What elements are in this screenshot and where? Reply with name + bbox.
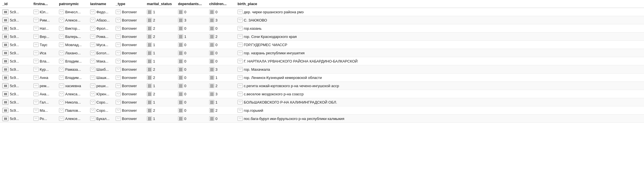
cell-marital-status: 1 [145, 98, 176, 106]
row-expand-icon[interactable] [2, 34, 9, 39]
row-expand-icon[interactable] [2, 100, 9, 105]
grid-icon [209, 92, 214, 96]
cell-dependants: 0 [176, 98, 207, 106]
table-row[interactable]: 5c9..."-"Иса"-"Лахано..."-"Богол..."-"Bo… [0, 49, 644, 57]
text-icon: "-" [33, 42, 39, 47]
id-value: 5c9... [10, 67, 19, 72]
row-expand-icon[interactable] [2, 9, 9, 14]
cell-firstname: "-"Нат... [31, 24, 57, 33]
grid-icon [178, 100, 183, 104]
cell-id: 5c9... [0, 33, 31, 41]
text-icon: "-" [116, 51, 121, 55]
cell-lastname: "-"реши... [88, 82, 113, 90]
text-icon: "-" [33, 10, 39, 14]
row-expand-icon[interactable] [2, 75, 9, 80]
text-icon: "-" [33, 75, 39, 80]
col-header-lastname[interactable]: lastname [88, 0, 113, 8]
cell-id: 5c9... [0, 65, 31, 74]
grid-icon [209, 67, 214, 72]
data-table: _id firstna... patronymic lastname _type… [0, 0, 644, 123]
grid-icon [209, 10, 214, 14]
table-row[interactable]: 5c9..."-"рем..."-"хасиевна"-"реши..."-"B… [0, 82, 644, 90]
data-table-container: _id firstna... patronymic lastname _type… [0, 0, 644, 123]
grid-icon [209, 75, 214, 80]
cell-id: 5c9... [0, 49, 31, 57]
cell-children: 0 [207, 41, 235, 49]
text-icon: "-" [33, 18, 39, 22]
table-row[interactable]: 5c9..."-"Нат..."-"Виктор..."-"Фрол..."-"… [0, 24, 644, 33]
grid-icon [147, 51, 152, 55]
cell-lastname: "-"Мака... [88, 57, 113, 65]
grid-icon [178, 10, 183, 14]
cell-type: "-"Borrower [113, 8, 145, 16]
cell-id: 5c9... [0, 82, 31, 90]
col-header-firstname[interactable]: firstna... [31, 0, 57, 8]
grid-icon [209, 42, 214, 47]
table-row[interactable]: 5c9..."-"Вер..."-"Валерь..."-"Рома..."-"… [0, 33, 644, 41]
col-header-birth-place[interactable]: birth_place [235, 0, 644, 8]
text-icon: "-" [90, 42, 95, 47]
row-expand-icon[interactable] [2, 42, 9, 47]
cell-children: 0 [207, 49, 235, 57]
row-expand-icon[interactable] [2, 83, 9, 88]
table-row[interactable]: 5c9..."-"Таус"-"Мовлад..."-"Муса..."-"Bo… [0, 41, 644, 49]
col-header-dependants[interactable]: dependants... [176, 0, 207, 8]
table-row[interactable]: 5c9..."-"Анна"-"Владим..."-"Шашк..."-"Bo… [0, 74, 644, 82]
cell-id: 5c9... [0, 41, 31, 49]
col-header-id[interactable]: _id [0, 0, 31, 8]
grid-icon [178, 108, 183, 113]
row-expand-icon[interactable] [2, 91, 9, 96]
cell-firstname: "-"Гал... [31, 98, 57, 106]
row-expand-icon[interactable] [2, 116, 9, 121]
id-value: 5c9... [10, 108, 19, 113]
table-row[interactable]: 5c9..."-"Юл..."-"Вячесл..."-"Федо..."-"B… [0, 8, 644, 16]
cell-type: "-"Borrower [113, 90, 145, 98]
row-expand-icon[interactable] [2, 26, 9, 31]
text-icon: "-" [238, 18, 243, 22]
table-row[interactable]: 5c9..."-"Ро..."-"Алексе..."-"Букал..."-"… [0, 115, 644, 123]
cell-children: 3 [207, 90, 235, 98]
cell-birth-place: "-"пос.бага-бурул ики-бурульского р-на р… [235, 115, 644, 123]
col-header-patronymic[interactable]: patronymic [57, 0, 88, 8]
row-expand-icon[interactable] [2, 108, 9, 113]
text-icon: "-" [90, 75, 95, 80]
grid-icon [147, 108, 152, 113]
text-icon: "-" [116, 92, 121, 96]
text-icon: "-" [33, 100, 39, 104]
cell-lastname: "-"Букал... [88, 115, 113, 123]
cell-id: 5c9... [0, 16, 31, 24]
cell-dependants: 0 [176, 106, 207, 115]
text-icon: "-" [116, 59, 121, 63]
row-expand-icon[interactable] [2, 18, 9, 23]
table-row[interactable]: 5c9..."-"Кур..."-"Рамаза..."-"Шахб..."-"… [0, 65, 644, 74]
text-icon: "-" [33, 67, 39, 72]
table-row[interactable]: 5c9..."-"Вла..."-"Владим..."-"Мака..."-"… [0, 57, 644, 65]
cell-firstname: "-"Ро... [31, 115, 57, 123]
grid-icon [209, 51, 214, 55]
text-icon: "-" [59, 108, 64, 113]
cell-lastname: "-"Шашк... [88, 74, 113, 82]
col-header-marital-status[interactable]: marital_status [145, 0, 176, 8]
col-header-children[interactable]: children... [207, 0, 235, 8]
row-expand-icon[interactable] [2, 67, 9, 72]
id-value: 5c9... [10, 117, 19, 121]
row-expand-icon[interactable] [2, 59, 9, 64]
grid-icon [147, 34, 152, 39]
col-header-type[interactable]: _type [113, 0, 145, 8]
table-row[interactable]: 5c9..."-"Ана..."-"Алекса..."-"Юрен..."-"… [0, 90, 644, 98]
text-icon: "-" [238, 92, 243, 96]
text-icon: "-" [90, 59, 95, 63]
table-row[interactable]: 5c9..."-"Гал..."-"Никола..."-"Соро..."-"… [0, 98, 644, 106]
cell-dependants: 0 [176, 24, 207, 33]
text-icon: "-" [238, 75, 243, 80]
table-row[interactable]: 5c9..."-"Ма..."-"Павлов..."-"Соро..."-"B… [0, 106, 644, 115]
row-expand-icon[interactable] [2, 50, 9, 55]
table-row[interactable]: 5c9..."-"Рим..."-"Алексе..."-"Абазо..."-… [0, 16, 644, 24]
text-icon: "-" [90, 83, 95, 88]
text-icon: "-" [238, 26, 243, 31]
text-icon: "-" [59, 34, 64, 39]
cell-lastname: "-"Соро... [88, 98, 113, 106]
text-icon: "-" [116, 108, 121, 113]
text-icon: "-" [59, 83, 64, 88]
text-icon: "-" [116, 42, 121, 47]
